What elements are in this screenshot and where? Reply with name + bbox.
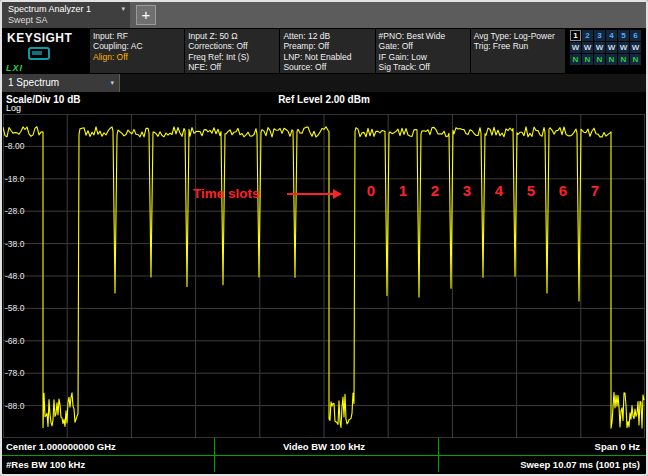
- add-tab-button[interactable]: +: [136, 5, 156, 25]
- y-axis-label: -38.0: [5, 239, 24, 249]
- span[interactable]: Span 0 Hz: [595, 438, 640, 455]
- y-axis-label: -68.0: [5, 336, 24, 346]
- time-slot-number-6: 6: [559, 182, 567, 199]
- trace-type-1[interactable]: W: [570, 42, 581, 53]
- measurement-bar: 1 Spectrum ▾: [2, 74, 646, 92]
- y-axis-label: -88.0: [5, 401, 24, 411]
- settings-column-5[interactable]: Avg Type: Log-PowerTrig: Free Run: [471, 29, 566, 73]
- trace-number-4[interactable]: 4: [606, 30, 617, 41]
- tab-title: Spectrum Analyzer 1: [8, 4, 116, 15]
- time-slots-arrow: [287, 193, 333, 195]
- measurement-selector[interactable]: 1 Spectrum ▾: [2, 74, 120, 92]
- keysight-logo: KEYSIGHT: [7, 31, 90, 45]
- trace-detector-5[interactable]: N: [618, 54, 629, 65]
- chevron-down-icon[interactable]: ▾: [121, 5, 125, 13]
- setting-line: Sig Track: Off: [379, 62, 467, 72]
- setting-line: Input: RF: [93, 31, 181, 41]
- tab-bar: Spectrum Analyzer 1 Swept SA ▾ +: [2, 2, 646, 28]
- y-axis-label: -78.0: [5, 368, 24, 378]
- setting-line: Coupling: AC: [93, 41, 181, 51]
- y-axis-label: -58.0: [5, 303, 24, 313]
- trace-detector-4[interactable]: N: [606, 54, 617, 65]
- setting-line: NFE: Off: [188, 62, 276, 72]
- setting-line: Freq Ref: Int (S): [188, 52, 276, 62]
- chevron-down-icon: ▾: [110, 74, 114, 92]
- log-scale-label: Log: [6, 103, 21, 113]
- setting-line: #PNO: Best Wide: [379, 31, 467, 41]
- trace-type-4[interactable]: W: [606, 42, 617, 53]
- setting-line: LNP: Not Enabled: [283, 52, 371, 62]
- trace-detector-6[interactable]: N: [630, 54, 641, 65]
- setting-line: Avg Type: Log-Power: [474, 31, 562, 41]
- trace-detector-3[interactable]: N: [594, 54, 605, 65]
- lxi-indicator: LXI: [6, 63, 23, 73]
- time-slot-number-7: 7: [591, 182, 599, 199]
- ref-level[interactable]: Ref Level 2.00 dBm: [278, 92, 370, 107]
- graticule-and-trace: [3, 114, 645, 438]
- trace-type-3[interactable]: W: [594, 42, 605, 53]
- setting-line: IF Gain: Low: [379, 52, 467, 62]
- spectrum-analyzer-window: Spectrum Analyzer 1 Swept SA ▾ + KEYSIGH…: [0, 0, 648, 476]
- setting-line: Trig: Free Run: [474, 41, 562, 51]
- center-frequency[interactable]: Center 1.000000000 GHz: [6, 438, 116, 455]
- annotation-divider-2: [438, 438, 439, 472]
- trace-detector-2[interactable]: N: [582, 54, 593, 65]
- status-header: KEYSIGHT LXI Input: RFCoupling: ACAlign:…: [2, 28, 646, 74]
- setting-line: Atten: 12 dB: [283, 31, 371, 41]
- trace-detector-1[interactable]: N: [570, 54, 581, 65]
- keysight-logo-icon: [28, 47, 50, 60]
- setting-line: Align: Off: [93, 52, 181, 62]
- annotation-row-2: #Res BW 100 kHz Sweep 10.07 ms (1001 pts…: [2, 456, 646, 472]
- setting-line: Source: Off: [283, 62, 371, 72]
- measurement-selector-label: 1 Spectrum: [8, 77, 59, 88]
- time-slot-number-1: 1: [399, 182, 407, 199]
- y-axis-label: -18.0: [5, 174, 24, 184]
- annotation-divider-1: [214, 438, 215, 472]
- setting-line: Gate: Off: [379, 41, 467, 51]
- trace-type-6[interactable]: W: [630, 42, 641, 53]
- time-slot-number-0: 0: [367, 182, 375, 199]
- trace-type-2[interactable]: W: [582, 42, 593, 53]
- time-slot-number-5: 5: [527, 182, 535, 199]
- setting-line: Preamp: Off: [283, 41, 371, 51]
- trace-type-5[interactable]: W: [618, 42, 629, 53]
- time-slots-arrow-head: [333, 189, 342, 199]
- annotation-row-1: Center 1.000000000 GHz Video BW 100 kHz …: [2, 438, 646, 455]
- time-slots-label: Time slots: [193, 186, 260, 201]
- trace-number-2[interactable]: 2: [582, 30, 593, 41]
- trace-number-5[interactable]: 5: [618, 30, 629, 41]
- time-slot-number-2: 2: [431, 182, 439, 199]
- y-axis-label: -28.0: [5, 206, 24, 216]
- res-bw[interactable]: #Res BW 100 kHz: [6, 456, 85, 473]
- settings-columns: Input: RFCoupling: ACAlign: OffInput Z: …: [90, 29, 566, 73]
- trace-table: 123456WWWWWWNNNNNN: [568, 28, 646, 74]
- y-axis-label: -8.00: [5, 141, 24, 151]
- video-bw[interactable]: Video BW 100 kHz: [283, 438, 365, 455]
- setting-line: Input Z: 50 Ω: [188, 31, 276, 41]
- trace-number-1[interactable]: 1: [570, 30, 581, 41]
- graph-area[interactable]: Time slots -8.00-18.0-28.0-38.0-48.0-58.…: [3, 114, 645, 438]
- trace-number-3[interactable]: 3: [594, 30, 605, 41]
- time-slot-number-3: 3: [463, 182, 471, 199]
- settings-column-1[interactable]: Input: RFCoupling: ACAlign: Off: [90, 29, 185, 73]
- y-axis-label: -48.0: [5, 271, 24, 281]
- time-slot-number-4: 4: [495, 182, 503, 199]
- settings-column-3[interactable]: Atten: 12 dBPreamp: OffLNP: Not EnabledS…: [280, 29, 375, 73]
- display-info-row: Scale/Div 10 dB Ref Level 2.00 dBm: [2, 92, 646, 107]
- tab-subtitle: Swept SA: [8, 15, 116, 26]
- tab-spectrum-analyzer-1[interactable]: Spectrum Analyzer 1 Swept SA ▾: [2, 2, 130, 28]
- setting-line: Corrections: Off: [188, 41, 276, 51]
- trace-number-6[interactable]: 6: [630, 30, 641, 41]
- settings-column-4[interactable]: #PNO: Best WideGate: OffIF Gain: LowSig …: [376, 29, 471, 73]
- settings-column-2[interactable]: Input Z: 50 ΩCorrections: OffFreq Ref: I…: [185, 29, 280, 73]
- sweep-time[interactable]: Sweep 10.07 ms (1001 pts): [520, 456, 640, 473]
- brand-area: KEYSIGHT LXI: [2, 28, 90, 74]
